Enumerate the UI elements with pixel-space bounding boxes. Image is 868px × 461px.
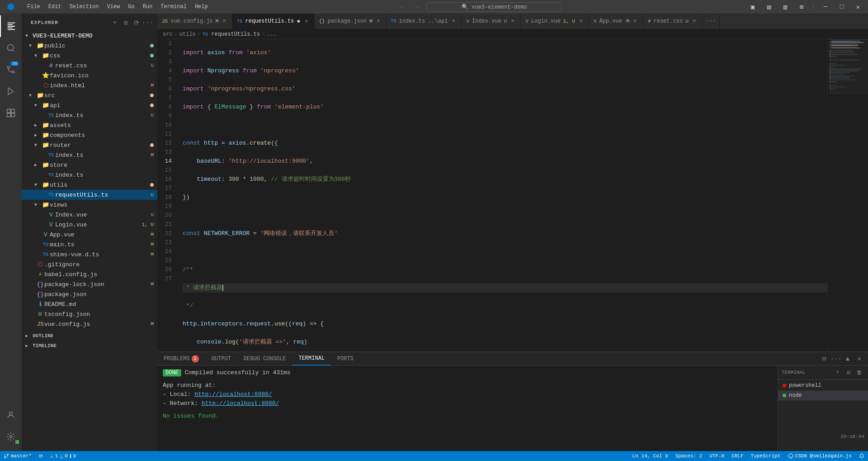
nav-forward-button[interactable]: → (411, 0, 424, 13)
sidebar-new-file-button[interactable]: + (110, 18, 119, 27)
activity-explorer[interactable] (0, 15, 22, 37)
code-editor[interactable]: 1 2 3 4 5 6 7 8 9 10 11 12 13 14 15 16 1 (157, 39, 827, 352)
sidebar-item-store-index-ts[interactable]: ▶ TS index.ts (22, 170, 157, 180)
sidebar-item-login-vue[interactable]: ▶ V Login.vue 1, U (22, 220, 157, 230)
breadcrumb-symbol[interactable]: ... (267, 31, 277, 38)
sidebar-section-timeline[interactable]: ▶ TIMELINE (22, 341, 157, 351)
terminal-instance-node[interactable]: node (778, 390, 868, 400)
sidebar-refresh-button[interactable]: ⟳ (132, 18, 141, 27)
activity-settings[interactable] (0, 426, 22, 447)
sidebar-item-store[interactable]: ▶ 📁 store (22, 160, 157, 170)
layout-panel-button[interactable]: ▤ (763, 0, 775, 13)
sidebar-item-favicon[interactable]: ▶ ⭐ favicon.ico (22, 71, 157, 80)
statusbar-feedback[interactable]: CSDN @smileAgain.js (784, 451, 855, 461)
sidebar-item-readme[interactable]: ▶ ℹ README.md (22, 299, 157, 309)
tab-login-vue[interactable]: V Login.vue 1, U × (521, 14, 589, 29)
kill-terminal-button[interactable]: 🗑 (854, 367, 864, 377)
sidebar-item-shims-vue[interactable]: ▶ TS shims-vue.d.ts M (22, 249, 157, 259)
sidebar-item-tsconfig[interactable]: ▶ ⊟ tsconfig.json (22, 309, 157, 319)
tab-close-button[interactable]: × (303, 17, 310, 26)
terminal-maximize-button[interactable]: ▲ (843, 354, 853, 364)
sidebar-item-api-index-ts[interactable]: ▶ TS index.ts U (22, 110, 157, 120)
terminal-more-button[interactable]: ··· (831, 354, 841, 364)
tab-close-button[interactable]: × (375, 17, 382, 25)
breadcrumb-utils[interactable]: utils (179, 31, 196, 38)
tab-index-ts-api[interactable]: TS index.ts ..\api × (387, 14, 462, 29)
tabs-overflow-button[interactable]: ··· (703, 14, 720, 29)
activity-account[interactable] (0, 404, 22, 426)
close-button[interactable]: ✕ (852, 0, 864, 13)
local-url-link[interactable]: http://localhost:8080/ (194, 391, 272, 398)
activity-run-debug[interactable] (0, 80, 22, 102)
sidebar-item-vue-config[interactable]: ▶ JS vue.config.js M (22, 319, 157, 329)
menu-edit[interactable]: Edit (45, 3, 65, 11)
new-terminal-button[interactable]: + (833, 367, 843, 377)
layout-split-button[interactable]: ▥ (779, 0, 792, 13)
sidebar-item-package-json[interactable]: ▶ {} package.json (22, 289, 157, 299)
menu-run[interactable]: Run (139, 3, 156, 11)
breadcrumb-file[interactable]: TS requestUtils.ts (203, 31, 260, 38)
tab-package-json[interactable]: {} package.json M × (315, 14, 387, 29)
split-terminal-button[interactable]: ⊟ (844, 367, 854, 377)
sidebar-more-button[interactable]: ··· (143, 18, 152, 27)
sidebar-section-outline[interactable]: ▶ OUTLINE (22, 331, 157, 341)
tab-reset-css[interactable]: # reset.css U × (643, 14, 703, 29)
terminal-split-button[interactable]: ⊟ (819, 354, 829, 364)
sidebar-new-folder-button[interactable]: ⊟ (121, 18, 130, 27)
terminal-tab-ports[interactable]: PORTS (331, 352, 360, 366)
activity-search[interactable] (0, 37, 22, 59)
sidebar-item-index-vue[interactable]: ▶ V Index.vue U (22, 210, 157, 220)
tab-app-vue[interactable]: V App.vue M × (589, 14, 643, 29)
menu-view[interactable]: View (103, 3, 123, 11)
network-url-link[interactable]: http://localhost:8080/ (202, 400, 279, 407)
sidebar-item-api[interactable]: ▼ 📁 api (22, 100, 157, 110)
sidebar-item-reset-css[interactable]: ▶ # reset.css U (22, 61, 157, 71)
command-palette-input[interactable]: 🔍 vue3-element-demo (426, 2, 562, 12)
sidebar-item-components[interactable]: ▶ 📁 components (22, 130, 157, 140)
sidebar-item-app-vue[interactable]: ▶ V App.vue M (22, 230, 157, 240)
menu-help[interactable]: Help (191, 3, 212, 11)
sidebar-item-babel-config[interactable]: ▶ ⚡ babel.config.js (22, 269, 157, 279)
sidebar-item-gitignore[interactable]: ▶ ⬡ .gitignore (22, 259, 157, 269)
sidebar-item-css-folder[interactable]: ▼ 📁 css (22, 51, 157, 61)
sidebar-item-utils[interactable]: ▼ 📁 utils (22, 180, 157, 190)
menu-selection[interactable]: Selection (66, 3, 103, 11)
statusbar-notifications[interactable] (855, 451, 868, 461)
menu-terminal[interactable]: Terminal (157, 3, 190, 11)
terminal-tab-output[interactable]: OUTPUT (205, 352, 237, 366)
tab-requestutils-ts[interactable]: TS requestUtils.ts ● × (232, 14, 314, 29)
sidebar-item-index-html[interactable]: ▶ ⬡ index.html M (22, 80, 157, 90)
minimize-button[interactable]: ─ (819, 0, 832, 13)
terminal-tab-terminal[interactable]: TERMINAL (292, 352, 331, 366)
statusbar-encoding[interactable]: UTF-8 (706, 451, 728, 461)
tab-close-button[interactable]: × (632, 17, 638, 25)
layout-sidebar-button[interactable]: ▣ (746, 0, 759, 13)
sidebar-item-views[interactable]: ▼ 📁 views (22, 200, 157, 210)
customize-layout-button[interactable]: ⊞ (795, 0, 808, 13)
terminal-tab-problems[interactable]: PROBLEMS 1 (157, 352, 205, 366)
terminal-tab-debug-console[interactable]: DEBUG CONSOLE (237, 352, 292, 366)
code-lines[interactable]: import axios from 'axios' import Nprogre… (179, 39, 827, 352)
sidebar-item-assets[interactable]: ▶ 📁 assets (22, 120, 157, 130)
sidebar-item-router-index-ts[interactable]: ▶ TS index.ts M (22, 150, 157, 160)
sidebar-item-requestutils-ts[interactable]: ▶ TS requestUtils.ts U (22, 190, 157, 200)
sidebar-item-src[interactable]: ▼ 📁 src (22, 90, 157, 100)
tab-close-button[interactable]: × (221, 17, 227, 25)
sidebar-item-router[interactable]: ▼ 📁 router (22, 140, 157, 150)
statusbar-eol[interactable]: CRLF (728, 451, 747, 461)
statusbar-sync[interactable]: ⟳ (35, 451, 47, 461)
tab-close-button[interactable]: × (578, 17, 584, 25)
menu-go[interactable]: Go (124, 3, 138, 11)
statusbar-errors[interactable]: ⚠ 1 △ 0 ℹ 0 (47, 451, 80, 461)
activity-extensions[interactable] (0, 102, 22, 124)
tab-close-button[interactable]: × (451, 17, 457, 25)
activity-source-control[interactable]: 16 (0, 59, 22, 80)
sidebar-item-main-ts[interactable]: ▶ TS main.ts M (22, 240, 157, 249)
maximize-button[interactable]: □ (835, 0, 848, 13)
tab-close-button[interactable]: × (509, 17, 516, 25)
statusbar-language[interactable]: TypeScript (747, 451, 784, 461)
sidebar-item-package-lock-json[interactable]: ▶ {} package-lock.json M (22, 279, 157, 289)
tree-root[interactable]: ▼ VUE3-ELEMENT-DEMO (22, 31, 157, 41)
tab-vue-config-js[interactable]: JS vue.config.js M × (157, 14, 232, 29)
terminal-close-button[interactable]: ✕ (854, 354, 864, 364)
